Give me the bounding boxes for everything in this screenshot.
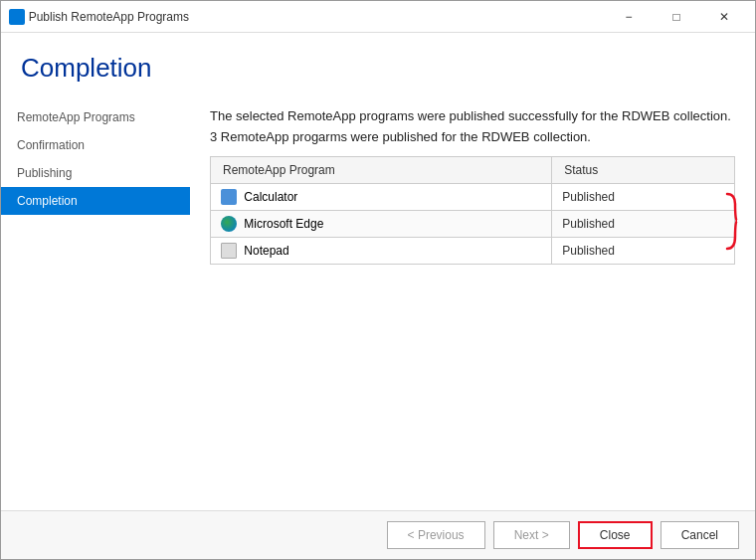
notepad-icon	[221, 243, 237, 259]
window-controls: − □ ✕	[606, 1, 747, 33]
page-header: Completion	[1, 33, 755, 93]
main-layout: RemoteApp Programs Confirmation Publishi…	[1, 93, 755, 510]
titlebar: Publish RemoteApp Programs − □ ✕	[1, 1, 755, 33]
right-panel: The selected RemoteApp programs were pub…	[190, 93, 755, 510]
info-line-1: The selected RemoteApp programs were pub…	[210, 108, 735, 123]
table-row: Notepad Published	[211, 238, 735, 265]
edge-icon	[221, 216, 237, 232]
next-button[interactable]: Next >	[493, 521, 570, 549]
results-table: RemoteApp Program Status Calculator Publ…	[210, 156, 735, 265]
sidebar: RemoteApp Programs Confirmation Publishi…	[1, 93, 190, 510]
close-button[interactable]: Close	[578, 521, 653, 549]
row-1-name: Microsoft Edge	[211, 211, 552, 238]
col-status-header: Status	[552, 157, 735, 184]
minimize-button[interactable]: −	[606, 1, 652, 33]
sidebar-item-publishing: Publishing	[1, 159, 190, 187]
row-1-status: Published	[552, 211, 735, 238]
row-2-status: Published	[552, 238, 735, 265]
col-remoteapp-header: RemoteApp Program	[211, 157, 552, 184]
sidebar-item-completion: Completion	[1, 187, 190, 215]
row-2-name: Notepad	[211, 238, 552, 265]
close-window-button[interactable]: ✕	[701, 1, 747, 33]
calc-icon	[221, 189, 237, 205]
info-line-2: 3 RemoteApp progarms were published for …	[210, 129, 735, 144]
footer: < Previous Next > Close Cancel	[1, 510, 755, 559]
row-0-status: Published	[552, 184, 735, 211]
row-0-name: Calculator	[211, 184, 552, 211]
app-icon	[9, 9, 25, 25]
cancel-button[interactable]: Cancel	[661, 521, 739, 549]
table-row: Calculator Published	[211, 184, 735, 211]
table-row: Microsoft Edge Published	[211, 211, 735, 238]
previous-button[interactable]: < Previous	[387, 521, 485, 549]
content-area: Completion RemoteApp Programs Confirmati…	[1, 33, 755, 510]
main-window: Publish RemoteApp Programs − □ ✕ Complet…	[0, 0, 756, 560]
page-title: Completion	[21, 53, 735, 84]
sidebar-item-confirmation: Confirmation	[1, 131, 190, 159]
window-title: Publish RemoteApp Programs	[29, 10, 606, 24]
sidebar-item-remoteapp-programs: RemoteApp Programs	[1, 103, 190, 131]
maximize-button[interactable]: □	[654, 1, 699, 33]
